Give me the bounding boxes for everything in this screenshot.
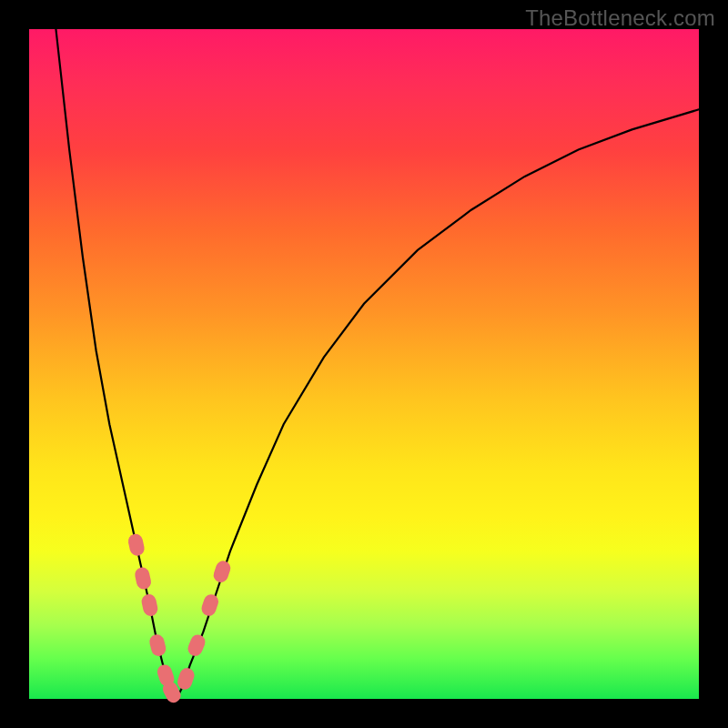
data-marker (126, 532, 146, 557)
data-marker (176, 666, 197, 692)
curve-right (177, 109, 699, 699)
chart-frame: TheBottleneck.com (0, 0, 728, 728)
data-marker (186, 632, 207, 658)
data-marker (199, 592, 220, 618)
chart-svg (29, 29, 699, 699)
data-marker (140, 593, 159, 618)
curve-left (56, 29, 176, 699)
marker-group (126, 532, 232, 705)
watermark-text: TheBottleneck.com (525, 5, 715, 31)
data-marker (134, 566, 153, 591)
data-marker (148, 633, 167, 658)
plot-area (29, 29, 699, 699)
data-marker (212, 559, 233, 584)
